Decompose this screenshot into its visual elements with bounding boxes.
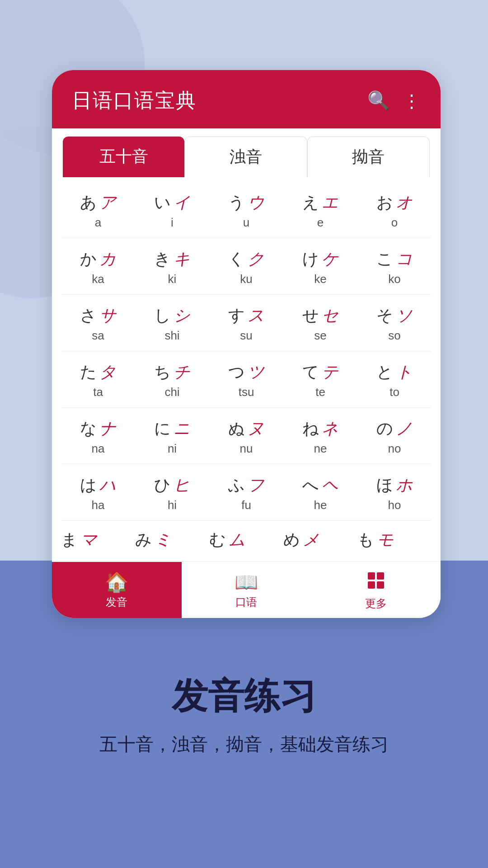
nav-item-pronunciation[interactable]: 🏠 发音 [52,562,182,618]
kana-cell[interactable]: か カ ka [61,238,135,294]
kana-romaji: ka [92,272,104,286]
kana-cell[interactable]: な ナ na [61,408,135,464]
kana-romaji: se [314,329,326,343]
kana-cell[interactable]: け ケ ke [283,238,357,294]
kana-cell[interactable]: し シ shi [135,295,209,351]
nav-label-pronunciation: 发音 [106,595,127,609]
bottom-nav: 🏠 发音 📖 口语 更多 [52,561,441,618]
kana-romaji: chi [164,385,179,399]
kana-romaji: he [314,498,327,512]
nav-label-speaking: 口语 [235,595,257,609]
kana-row-2: さ サ sa し シ shi す ス su せ セ se そ [61,295,432,351]
kana-cell[interactable]: ふ フ fu [209,464,283,520]
kana-cell[interactable]: す ス su [209,295,283,351]
kana-cell[interactable]: せ セ se [283,295,357,351]
kana-chars: こ コ [376,248,413,270]
kana-cell-partial[interactable]: ま マ [61,529,135,561]
kana-cell[interactable]: い イ i [135,182,209,238]
book-icon: 📖 [235,571,258,593]
kana-cell[interactable]: ち チ chi [135,351,209,407]
kana-cell-partial[interactable]: む ム [209,529,283,561]
kana-chars: う ウ [228,192,264,214]
kana-cell[interactable]: つ ツ tsu [209,351,283,407]
tab-youon[interactable]: 拗音 [307,137,430,177]
nav-item-speaking[interactable]: 📖 口语 [182,562,311,618]
kana-chars: へ ヘ [302,474,338,496]
kana-chars-partial: む ム [209,529,245,551]
kana-chars: は ハ [80,474,116,496]
kana-romaji: ki [168,272,177,286]
kana-cell-partial[interactable]: み ミ [135,529,209,561]
kana-romaji: fu [241,498,251,512]
kana-romaji: i [171,216,174,230]
kana-romaji: sa [92,329,104,343]
kana-chars: の ノ [376,418,413,440]
kana-cell[interactable]: と ト to [357,351,432,407]
tab-gojuuon[interactable]: 五十音 [63,137,184,177]
kana-chars: ふ フ [228,474,264,496]
kana-cell-partial[interactable]: め メ [283,529,357,561]
kana-cell[interactable]: そ ソ so [357,295,432,351]
kana-cell[interactable]: こ コ ko [357,238,432,294]
svg-rect-3 [377,581,384,589]
kana-cell[interactable]: さ サ sa [61,295,135,351]
kana-cell[interactable]: う ウ u [209,182,283,238]
kana-chars: か カ [80,248,116,270]
kana-romaji: so [388,329,400,343]
kana-romaji: ni [168,442,177,456]
nav-item-more[interactable]: 更多 [311,562,441,618]
kana-romaji: o [391,216,398,230]
kana-chars: す ス [228,305,264,327]
kana-cell[interactable]: ぬ ヌ nu [209,408,283,464]
kana-romaji: a [95,216,101,230]
kana-romaji: no [388,442,401,456]
kana-chars: き キ [154,248,190,270]
kana-cell[interactable]: く ク ku [209,238,283,294]
kana-romaji: nu [240,442,253,456]
kana-row-1: か カ ka き キ ki く ク ku け ケ ke こ [61,238,432,295]
nav-label-more: 更多 [365,596,387,611]
kana-chars: い イ [154,192,190,214]
kana-cell[interactable]: に ニ ni [135,408,209,464]
svg-rect-1 [377,572,384,580]
kana-romaji: ta [93,385,103,399]
kana-cell[interactable]: ほ ホ ho [357,464,432,520]
kana-cell[interactable]: へ ヘ he [283,464,357,520]
kana-romaji: tsu [239,385,254,399]
kana-romaji: shi [164,329,179,343]
kana-romaji: ho [388,498,401,512]
kana-chars: つ ツ [228,361,264,383]
kana-cell[interactable]: の ノ no [357,408,432,464]
kana-chars: そ ソ [376,305,413,327]
more-options-icon[interactable]: ⋮ [403,90,421,111]
kana-cell[interactable]: お オ o [357,182,432,238]
kana-chars: お オ [376,192,413,214]
kana-romaji: to [389,385,399,399]
kana-romaji: u [243,216,249,230]
tab-dakuon[interactable]: 浊音 [184,137,307,177]
kana-chars: ち チ [154,361,190,383]
feature-title: 发音练习 [172,672,316,721]
kana-cell-partial[interactable]: も モ [357,529,432,561]
kana-romaji: ko [388,272,400,286]
kana-cell[interactable]: ね ネ ne [283,408,357,464]
kana-cell[interactable]: ひ ヒ hi [135,464,209,520]
kana-romaji: ku [240,272,252,286]
search-icon[interactable]: 🔍 [367,90,390,111]
kana-cell[interactable]: あ ア a [61,182,135,238]
kana-cell[interactable]: え エ e [283,182,357,238]
kana-romaji: na [92,442,105,456]
kana-chars: た タ [80,361,116,383]
kana-cell[interactable]: は ハ ha [61,464,135,520]
kana-cell[interactable]: た タ ta [61,351,135,407]
kana-row-partial: ま マ み ミ む ム め メ も モ [52,521,441,561]
kana-chars-partial: み ミ [135,529,171,551]
home-icon: 🏠 [105,571,128,593]
kana-romaji: ne [314,442,327,456]
kana-chars: て テ [302,361,338,383]
kana-chars-partial: も モ [357,529,394,551]
kana-cell[interactable]: て テ te [283,351,357,407]
grid-icon [366,571,385,594]
svg-rect-0 [368,572,375,580]
kana-cell[interactable]: き キ ki [135,238,209,294]
